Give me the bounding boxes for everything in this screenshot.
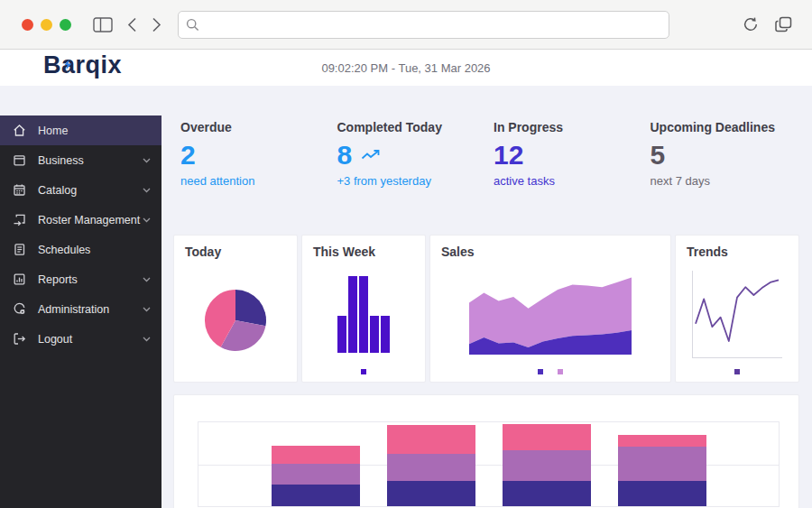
- kpi-upcoming-deadlines: Upcoming Deadlines 5 next 7 days: [643, 120, 800, 188]
- traffic-lights: [22, 19, 71, 31]
- sidebar-item-label: Reports: [38, 273, 78, 286]
- sidebar-item-label: Home: [38, 125, 68, 137]
- url-bar[interactable]: [178, 11, 669, 39]
- legend-swatch: [538, 369, 543, 374]
- bar-chart: [337, 276, 390, 353]
- logo-text: B: [43, 51, 61, 79]
- kpi-label: Overdue: [180, 120, 330, 134]
- chevron-down-icon: [143, 277, 151, 282]
- legend-swatch: [361, 369, 366, 374]
- kpi-in-progress: In Progress 12 active tasks: [486, 120, 643, 188]
- card-title: Today: [174, 236, 297, 259]
- card-title: Trends: [676, 236, 798, 259]
- chart-legend: [430, 369, 670, 382]
- browser-chrome: [0, 0, 812, 50]
- calendar-icon: [13, 183, 26, 197]
- sidebar-item-administration[interactable]: Administration: [0, 294, 161, 324]
- chevron-down-icon: [143, 158, 151, 163]
- url-input[interactable]: [205, 18, 661, 32]
- kpi-overdue: Overdue 2 need attention: [173, 120, 330, 188]
- sidebar-item-schedules[interactable]: Schedules: [0, 235, 161, 264]
- card-this-week: This Week: [301, 235, 426, 383]
- pie-chart: [174, 259, 297, 382]
- logo-text: rqix: [76, 51, 123, 79]
- stacked-bar-chart: [198, 421, 780, 507]
- kpi-label: In Progress: [494, 120, 643, 134]
- kpi-subtitle: +3 from yesterday: [337, 174, 487, 188]
- sidebar-item-business[interactable]: Business: [0, 145, 161, 175]
- sidebar-item-logout[interactable]: Logout: [0, 324, 161, 354]
- kpi-value: 8: [337, 142, 353, 169]
- card-overview: [173, 394, 799, 508]
- back-icon[interactable]: [127, 17, 137, 32]
- area-chart: [430, 259, 670, 369]
- bar-chart-icon: [13, 272, 26, 286]
- sidebar-item-catalog[interactable]: Catalog: [0, 175, 161, 205]
- kpi-label: Completed Today: [337, 120, 487, 134]
- line-chart: [676, 259, 798, 369]
- kpi-subtitle: need attention: [180, 174, 330, 188]
- shield-icon: [13, 302, 26, 316]
- sidebar-item-home[interactable]: Home: [0, 115, 161, 145]
- business-icon: [13, 153, 26, 167]
- sidebar-item-roster-management[interactable]: Roster Management: [0, 205, 161, 235]
- logout-icon: [13, 332, 26, 346]
- tabs-icon[interactable]: [775, 16, 792, 32]
- card-title: Sales: [430, 236, 670, 259]
- sidebar-toggle-icon[interactable]: [93, 17, 113, 32]
- lightning-bolt-icon: [64, 60, 72, 69]
- chart-cards-row: Today This Week Sales Trends: [173, 235, 799, 383]
- app-header: Barqix 09:02:20 PM - Tue, 31 Mar 2026: [0, 50, 812, 86]
- trend-up-icon: [361, 149, 381, 162]
- card-trends: Trends: [675, 235, 799, 383]
- legend-swatch: [558, 369, 563, 374]
- sidebar-item-label: Business: [38, 154, 84, 167]
- chevron-down-icon: [143, 337, 151, 342]
- kpi-value: 2: [180, 142, 196, 169]
- sidebar-item-reports[interactable]: Reports: [0, 264, 161, 294]
- search-icon: [186, 18, 199, 32]
- main-content: Overdue 2 need attention Completed Today…: [173, 86, 799, 508]
- chevron-down-icon: [143, 217, 151, 223]
- card-title: This Week: [302, 236, 425, 259]
- kpi-row: Overdue 2 need attention Completed Today…: [173, 86, 799, 188]
- sidebar-item-label: Administration: [38, 303, 109, 316]
- sidebar-item-label: Roster Management: [38, 214, 140, 226]
- legend-swatch: [734, 369, 740, 374]
- minimize-window-button[interactable]: [41, 19, 52, 31]
- app-logo: Barqix: [43, 51, 122, 79]
- app-body: Home Business Catalog Roster Management …: [0, 86, 812, 508]
- forward-icon[interactable]: [152, 17, 161, 32]
- card-today: Today: [173, 235, 298, 383]
- kpi-completed-today: Completed Today 8 +3 from yesterday: [330, 120, 487, 188]
- kpi-subtitle: active tasks: [494, 174, 643, 188]
- sidebar-item-label: Schedules: [38, 244, 90, 256]
- home-icon: [13, 124, 26, 137]
- zoom-window-button[interactable]: [60, 19, 71, 31]
- card-sales: Sales: [429, 235, 671, 383]
- kpi-label: Upcoming Deadlines: [651, 120, 800, 134]
- chart-legend: [302, 369, 425, 382]
- document-icon: [13, 243, 26, 256]
- chevron-down-icon: [143, 307, 151, 312]
- kpi-subtitle: next 7 days: [651, 174, 800, 188]
- kpi-value: 5: [651, 142, 666, 169]
- sidebar-item-label: Logout: [38, 333, 72, 346]
- roster-icon: [13, 213, 26, 226]
- sidebar: Home Business Catalog Roster Management …: [0, 115, 161, 508]
- reload-icon[interactable]: [743, 16, 759, 32]
- chevron-down-icon: [143, 188, 151, 193]
- kpi-value: 12: [494, 142, 523, 169]
- chart-legend: [676, 369, 798, 382]
- close-window-button[interactable]: [22, 19, 33, 31]
- sidebar-item-label: Catalog: [38, 184, 77, 197]
